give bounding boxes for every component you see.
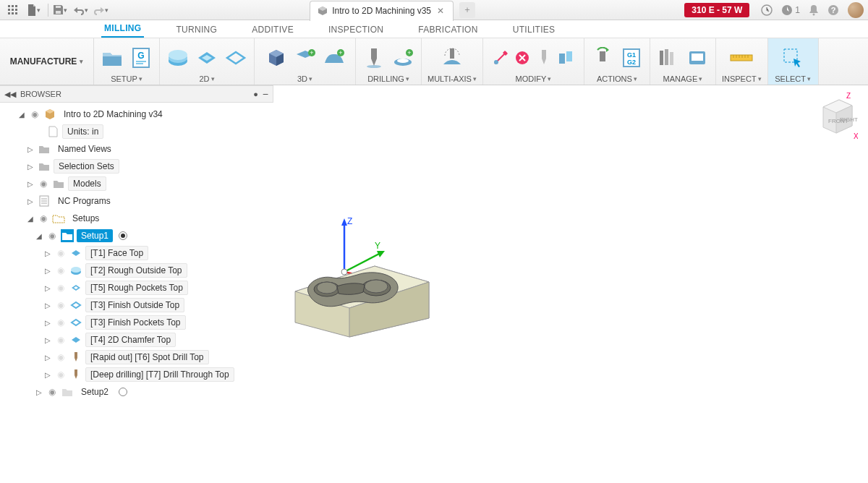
visibility-icon[interactable]: ◉ bbox=[46, 231, 58, 241]
group-actions-label[interactable]: ACTIONS▾ bbox=[597, 74, 637, 83]
extensions-icon[interactable] bbox=[761, 4, 773, 16]
drill-icon[interactable] bbox=[362, 46, 386, 70]
visibility-icon[interactable]: ◉ bbox=[55, 352, 67, 362]
setup-folder-icon[interactable] bbox=[100, 46, 124, 70]
visibility-icon[interactable]: ◉ bbox=[46, 387, 58, 397]
group-modify-label[interactable]: MODIFY▾ bbox=[516, 74, 552, 83]
help-icon[interactable]: ? bbox=[827, 4, 839, 16]
view-cube[interactable]: Z FRONT RIGHT X bbox=[814, 91, 858, 142]
tree-nc-programs[interactable]: ▷ NC Programs bbox=[4, 192, 273, 210]
visibility-icon[interactable]: ◉ bbox=[38, 179, 49, 189]
undo-icon[interactable]: ▾ bbox=[72, 1, 89, 19]
2d-contour-icon[interactable] bbox=[224, 46, 248, 70]
multiaxis-swarf-icon[interactable] bbox=[440, 46, 464, 70]
group-multiaxis-label[interactable]: MULTI-AXIS▾ bbox=[427, 74, 477, 83]
group-drilling-label[interactable]: DRILLING▾ bbox=[367, 74, 409, 83]
ribbon-tabs: MILLING TURNING ADDITIVE INSPECTION FABR… bbox=[0, 20, 868, 38]
model-preview[interactable] bbox=[288, 252, 433, 338]
tree-units[interactable]: Units: in bbox=[4, 123, 273, 140]
tree-setup2[interactable]: ▷ ◉ Setup2 bbox=[4, 383, 273, 401]
modify-toolpath-icon[interactable] bbox=[492, 49, 509, 67]
visibility-icon[interactable]: ◉ bbox=[55, 300, 67, 310]
close-tab-icon[interactable]: ✕ bbox=[435, 6, 446, 16]
modify-delete-icon[interactable] bbox=[514, 49, 531, 67]
tree-op[interactable]: ▷◉[T1] Face Top bbox=[4, 244, 273, 262]
tab-turning[interactable]: TURNING bbox=[173, 22, 220, 38]
notifications-icon[interactable] bbox=[809, 4, 819, 16]
3d-horizontal-icon[interactable]: + bbox=[293, 46, 318, 70]
group-inspect-label[interactable]: INSPECT▾ bbox=[722, 74, 762, 83]
tab-utilities[interactable]: UTILITIES bbox=[510, 22, 558, 38]
tree-root[interactable]: ◢ ◉ Intro to 2D Machining v34 bbox=[4, 106, 273, 123]
tab-milling[interactable]: MILLING bbox=[101, 20, 144, 38]
tree-op[interactable]: ▷◉[Rapid out] [T6] Spot Drill Top bbox=[4, 349, 273, 366]
ribbon: MANUFACTURE▾ G SETUP▾ 2D▾ + + 3D▾ + DRIL… bbox=[0, 38, 868, 85]
group-select-label[interactable]: SELECT▾ bbox=[775, 74, 811, 83]
nc-program-icon[interactable]: G bbox=[129, 46, 153, 70]
visibility-icon[interactable]: ◉ bbox=[55, 335, 67, 345]
tree-op[interactable]: ▷◉[T3] Finish Pockets Top bbox=[4, 314, 273, 331]
tab-inspection[interactable]: INSPECTION bbox=[326, 22, 386, 38]
tree-models[interactable]: ▷ ◉ Models bbox=[4, 175, 273, 192]
active-setup-icon[interactable] bbox=[119, 231, 127, 240]
select-icon[interactable] bbox=[780, 46, 805, 70]
visibility-icon[interactable]: ◉ bbox=[38, 213, 49, 223]
machine-library-icon[interactable] bbox=[685, 46, 710, 70]
tree-selection-sets[interactable]: ▷ Selection Sets bbox=[4, 158, 273, 175]
group-manage-label[interactable]: MANAGE▾ bbox=[663, 74, 703, 83]
visibility-icon[interactable]: ◉ bbox=[29, 109, 41, 119]
3d-parallel-icon[interactable]: + bbox=[322, 46, 346, 70]
new-file-icon[interactable]: ▾ bbox=[25, 1, 42, 19]
tree-op[interactable]: ▷◉[T3] Finish Outside Top bbox=[4, 296, 273, 314]
tab-fabrication[interactable]: FABRICATION bbox=[415, 22, 480, 38]
2d-pocket-icon[interactable] bbox=[195, 46, 219, 70]
job-status-icon[interactable]: 1 bbox=[781, 4, 800, 16]
visibility-icon[interactable]: ◉ bbox=[55, 369, 67, 380]
post-process-icon[interactable]: G1G2 bbox=[619, 46, 644, 70]
visibility-icon[interactable]: ◉ bbox=[55, 248, 67, 258]
modify-compare-icon[interactable] bbox=[557, 49, 574, 67]
main-area: ◀◀ BROWSER ● − ◢ ◉ Intro to 2D Machining… bbox=[0, 85, 868, 483]
credit-badge[interactable]: 310 E - 57 W bbox=[684, 3, 749, 17]
group-setup-label[interactable]: SETUP▾ bbox=[111, 74, 142, 83]
new-tab-button[interactable]: ＋ bbox=[459, 2, 475, 18]
group-modify: MODIFY▾ bbox=[483, 38, 584, 85]
tree-op[interactable]: ▷◉[Deep drilling] [T7] Drill Through Top bbox=[4, 366, 273, 383]
visibility-icon[interactable]: ◉ bbox=[55, 265, 67, 275]
user-avatar[interactable] bbox=[848, 2, 864, 18]
generate-icon[interactable] bbox=[590, 46, 615, 70]
workspace-switcher[interactable]: MANUFACTURE▾ bbox=[0, 38, 94, 85]
svg-text:+: + bbox=[310, 49, 313, 56]
browser-close-icon[interactable]: − bbox=[263, 88, 268, 100]
modify-tool-icon[interactable] bbox=[535, 49, 553, 67]
tree-op[interactable]: ▷◉[T4] 2D Chamfer Top bbox=[4, 331, 273, 349]
hole-recognition-icon[interactable]: + bbox=[391, 46, 415, 70]
apps-grid-icon[interactable] bbox=[4, 1, 22, 19]
visibility-icon[interactable]: ◉ bbox=[55, 317, 67, 328]
group-select: SELECT▾ bbox=[768, 38, 819, 85]
tab-additive[interactable]: ADDITIVE bbox=[249, 22, 297, 38]
3d-adaptive-icon[interactable] bbox=[264, 46, 289, 70]
tool-library-icon[interactable] bbox=[656, 46, 681, 70]
active-setup-icon[interactable] bbox=[119, 388, 127, 396]
tree-setup1[interactable]: ◢ ◉ Setup1 bbox=[4, 227, 273, 244]
measure-icon[interactable] bbox=[729, 46, 754, 70]
group-actions: G1G2 ACTIONS▾ bbox=[584, 38, 650, 85]
visibility-icon[interactable]: ◉ bbox=[55, 283, 67, 293]
group-3d-label[interactable]: 3D▾ bbox=[297, 74, 312, 83]
viewport[interactable]: Z FRONT RIGHT X Z Y X bbox=[273, 85, 868, 483]
browser-options-icon[interactable]: ● bbox=[253, 90, 258, 98]
tree-setups[interactable]: ◢ ◉ Setups bbox=[4, 210, 273, 227]
2d-adaptive-icon[interactable] bbox=[166, 46, 190, 70]
browser-collapse-icon[interactable]: ◀◀ bbox=[4, 90, 16, 99]
group-setup: G SETUP▾ bbox=[94, 38, 160, 85]
tree-op[interactable]: ▷◉[T2] Rough Outside Top bbox=[4, 262, 273, 279]
redo-icon[interactable]: ▾ bbox=[92, 1, 109, 19]
document-tab[interactable]: Intro to 2D Machining v35 ✕ bbox=[310, 1, 454, 21]
tree-named-views[interactable]: ▷ Named Views bbox=[4, 140, 273, 158]
group-2d-label[interactable]: 2D▾ bbox=[199, 74, 214, 83]
save-icon[interactable]: ▾ bbox=[51, 1, 69, 19]
svg-rect-35 bbox=[559, 54, 565, 64]
tree-op[interactable]: ▷◉[T5] Rough Pockets Top bbox=[4, 279, 273, 296]
svg-rect-3 bbox=[8, 9, 10, 11]
